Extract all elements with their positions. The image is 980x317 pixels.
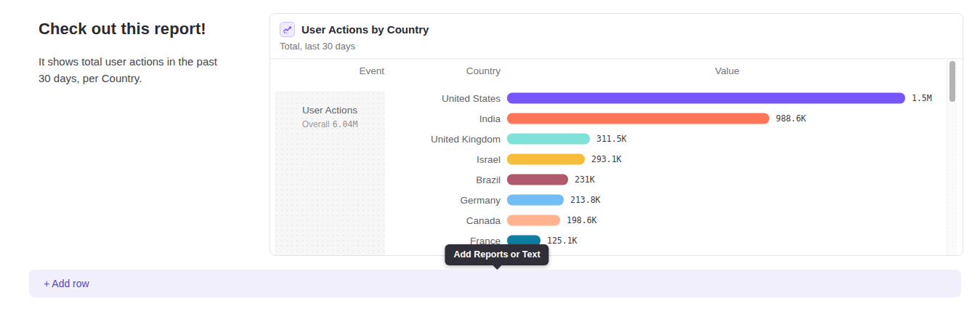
chart-row[interactable]: Germany213.8K <box>270 194 963 206</box>
line-chart-icon <box>280 22 295 37</box>
report-card[interactable]: User Actions by Country Total, last 30 d… <box>270 13 963 256</box>
chart-row[interactable]: India988.6K <box>270 113 963 124</box>
value-bar[interactable] <box>507 154 585 165</box>
country-label: Brazil <box>392 174 501 185</box>
value-label: 988.6K <box>776 113 806 124</box>
add-row-label: + Add row <box>44 278 89 289</box>
report-title: User Actions by Country <box>301 23 429 36</box>
chart-row[interactable]: United Kingdom311.5K <box>270 133 963 145</box>
tooltip-label: Add Reports or Text <box>453 249 540 260</box>
chart-row[interactable]: Israel293.1K <box>270 153 963 165</box>
country-label: Germany <box>392 195 501 206</box>
add-row-button[interactable]: + Add row <box>29 270 961 297</box>
value-label: 213.8K <box>570 195 601 205</box>
value-bar[interactable] <box>507 215 560 226</box>
value-bar[interactable] <box>507 195 564 206</box>
bar-rows: United States1.5MIndia988.6KUnited Kingd… <box>270 59 963 255</box>
value-label: 231K <box>575 174 595 185</box>
intro-panel: Check out this report! It shows total us… <box>39 20 220 87</box>
intro-title: Check out this report! <box>39 20 220 39</box>
value-bar[interactable] <box>507 93 905 104</box>
country-label: India <box>392 113 501 124</box>
country-label: United States <box>392 93 501 104</box>
value-bar[interactable] <box>507 134 590 145</box>
chart-row[interactable]: Brazil231K <box>270 174 963 185</box>
country-label: Israel <box>392 154 501 165</box>
intro-description: It shows total user actions in the past … <box>39 53 220 87</box>
value-label: 311.5K <box>596 134 627 144</box>
chart-area: Event Country Value User Actions Overall… <box>270 59 963 255</box>
value-label: 125.1K <box>547 236 578 246</box>
chart-row[interactable]: United States1.5M <box>270 92 963 104</box>
country-label: Canada <box>392 215 501 226</box>
add-reports-tooltip: Add Reports or Text <box>445 244 548 265</box>
chart-scrollbar-thumb[interactable] <box>949 61 955 102</box>
value-bar[interactable] <box>507 174 568 185</box>
chart-scrollbar[interactable] <box>947 59 957 255</box>
report-subtitle: Total, last 30 days <box>280 41 953 52</box>
value-label: 198.6K <box>567 215 597 225</box>
value-bar[interactable] <box>507 113 769 124</box>
chart-row[interactable]: France125.1K <box>270 235 963 246</box>
value-label: 1.5M <box>912 93 932 103</box>
report-card-header: User Actions by Country Total, last 30 d… <box>270 14 963 59</box>
value-label: 293.1K <box>591 154 622 164</box>
country-label: United Kingdom <box>392 134 501 145</box>
tooltip-caret-icon <box>492 265 502 270</box>
chart-row[interactable]: Canada198.6K <box>270 214 963 226</box>
